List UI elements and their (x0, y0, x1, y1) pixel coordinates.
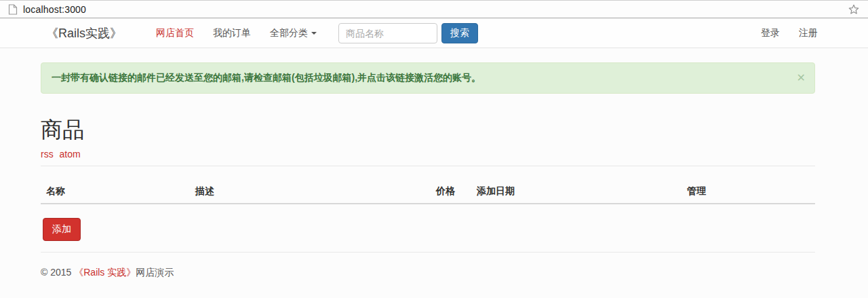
column-header-manage: 管理 (682, 180, 815, 204)
feed-links: rss atom (41, 149, 815, 160)
alert-close-icon[interactable]: ✕ (797, 73, 806, 83)
divider (41, 252, 815, 253)
page-icon (8, 4, 18, 15)
confirmation-email-alert: 一封带有确认链接的邮件已经发送至您的邮箱,请检查邮箱(包括垃圾邮箱),并点击该链… (41, 62, 815, 94)
products-table: 名称 描述 价格 添加日期 管理 (41, 180, 815, 204)
table-header-row: 名称 描述 价格 添加日期 管理 (41, 180, 815, 204)
footer-rails-link[interactable]: 《Rails 实践》 (74, 267, 136, 278)
brand-link[interactable]: 《Rails实践》 (46, 25, 122, 41)
column-header-name: 名称 (41, 180, 190, 204)
page-container: 一封带有确认链接的邮件已经发送至您的邮箱,请检查邮箱(包括垃圾邮箱),并点击该链… (41, 62, 815, 279)
nav-item-login[interactable]: 登录 (751, 18, 789, 48)
divider (41, 166, 815, 166)
column-header-date-added: 添加日期 (471, 180, 682, 204)
alert-text: 一封带有确认链接的邮件已经发送至您的邮箱,请检查邮箱(包括垃圾邮箱),并点击该链… (52, 72, 481, 83)
caret-down-icon (311, 32, 317, 35)
footer: © 2015 《Rails 实践》网店演示 (41, 267, 815, 279)
nav-item-my-orders[interactable]: 我的订单 (203, 18, 260, 47)
footer-suffix: 网店演示 (136, 267, 174, 278)
nav-links: 网店首页 我的订单 全部分类 (146, 26, 326, 39)
add-product-button[interactable]: 添加 (43, 218, 81, 241)
page-title: 商品 (41, 118, 815, 142)
nav-item-register[interactable]: 注册 (789, 18, 827, 48)
search-form: 搜索 (338, 23, 478, 43)
search-input[interactable] (338, 23, 437, 43)
rss-link[interactable]: rss (41, 149, 54, 160)
column-header-price: 价格 (431, 180, 471, 204)
url-text[interactable]: localhost:3000 (23, 4, 848, 15)
navbar-right: 登录 注册 (751, 18, 827, 48)
atom-link[interactable]: atom (60, 149, 81, 160)
nav-item-all-categories[interactable]: 全部分类 (260, 18, 326, 47)
search-button[interactable]: 搜索 (441, 23, 478, 43)
footer-copyright: © 2015 (41, 267, 74, 278)
bookmark-star-icon[interactable] (848, 3, 860, 16)
column-header-description: 描述 (190, 180, 431, 204)
browser-address-bar[interactable]: localhost:3000 (0, 0, 868, 18)
navbar: 《Rails实践》 网店首页 我的订单 全部分类 搜索 登录 注册 (0, 18, 868, 48)
nav-item-shop-home[interactable]: 网店首页 (146, 18, 203, 47)
nav-item-all-categories-label: 全部分类 (270, 27, 308, 38)
